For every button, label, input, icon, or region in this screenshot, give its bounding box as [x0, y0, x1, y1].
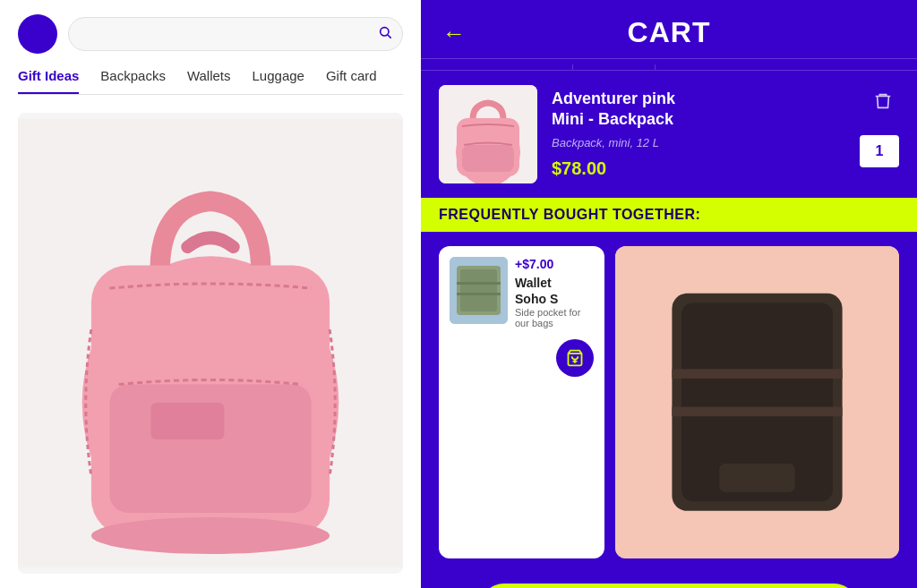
tab-luggage[interactable]: Luggage	[253, 68, 304, 94]
back-button[interactable]: ←	[442, 21, 466, 45]
search-bar	[68, 17, 403, 51]
cart-product-row: Adventurer pink Mini - Backpack Backpack…	[421, 71, 917, 198]
tab-wallets[interactable]: Wallets	[187, 68, 231, 94]
cart-panel: ← CART Payment in 3 installments Free re…	[421, 0, 917, 588]
cart-product-name: Adventurer pink Mini - Backpack	[552, 89, 845, 131]
svg-point-0	[381, 28, 389, 36]
checkout-section: Checkout - $78.00 🔒 Secure payment	[421, 573, 917, 588]
tab-gift-card[interactable]: Gift card	[326, 68, 377, 94]
left-header	[18, 14, 403, 54]
nav-tabs: Gift Ideas Backpacks Wallets Luggage Gif…	[18, 68, 403, 95]
add-to-cart-button[interactable]	[556, 339, 594, 377]
checkout-button[interactable]: Checkout - $78.00	[481, 584, 857, 588]
suggestion-name: Wallet Soho S	[515, 275, 594, 307]
cart-product-desc: Backpack, mini, 12 L	[552, 136, 845, 149]
tab-gift-ideas[interactable]: Gift Ideas	[18, 68, 79, 94]
svg-rect-14	[460, 269, 497, 311]
frequently-bought-banner: FREQUENTLY BOUGHT TOGETHER:	[421, 198, 917, 232]
suggestion-card-wallet: +$7.00 Wallet Soho S Side pocket for our…	[439, 246, 604, 558]
suggestions-row: +$7.00 Wallet Soho S Side pocket for our…	[421, 232, 917, 573]
suggestion-desc: Side pocket for our bags	[515, 307, 594, 328]
delete-button[interactable]	[867, 85, 899, 117]
benefit-installments2: Payment in 3 installme...	[656, 64, 801, 71]
cart-product-info: Adventurer pink Mini - Backpack Backpack…	[552, 85, 845, 179]
cart-product-image	[439, 85, 537, 183]
svg-rect-6	[150, 403, 224, 439]
svg-rect-15	[457, 282, 501, 285]
tab-backpacks[interactable]: Backpacks	[100, 68, 166, 94]
logo[interactable]	[18, 14, 57, 54]
suggestion-card-second	[615, 246, 899, 558]
search-input[interactable]	[68, 17, 403, 51]
cart-header: ← CART	[421, 0, 917, 58]
cart-title: CART	[628, 16, 711, 49]
cart-benefits-bar: Payment in 3 installments Free return Pa…	[421, 58, 917, 71]
svg-rect-16	[457, 293, 501, 295]
suggestion-card-inner: +$7.00 Wallet Soho S Side pocket for our…	[450, 257, 594, 328]
product-image	[18, 113, 403, 574]
benefit-installments: Payment in 3 installments	[421, 64, 573, 71]
left-panel: Gift Ideas Backpacks Wallets Luggage Gif…	[0, 0, 421, 588]
svg-point-7	[91, 517, 330, 554]
quantity-box[interactable]: 1	[860, 135, 899, 167]
benefit-return: Free return	[573, 64, 656, 71]
suggestion-image-wallet	[450, 257, 508, 324]
svg-rect-24	[672, 407, 842, 417]
svg-line-1	[388, 35, 391, 38]
cart-product-price: $78.00	[552, 158, 845, 179]
search-icon[interactable]	[378, 25, 392, 43]
product-image-container	[18, 113, 403, 574]
suggestion-price-addon: +$7.00	[515, 257, 594, 271]
svg-rect-25	[719, 464, 795, 492]
suggestion-info: +$7.00 Wallet Soho S Side pocket for our…	[515, 257, 594, 328]
svg-rect-23	[672, 369, 842, 379]
svg-rect-11	[462, 145, 514, 172]
cart-product-actions: 1	[860, 85, 899, 167]
